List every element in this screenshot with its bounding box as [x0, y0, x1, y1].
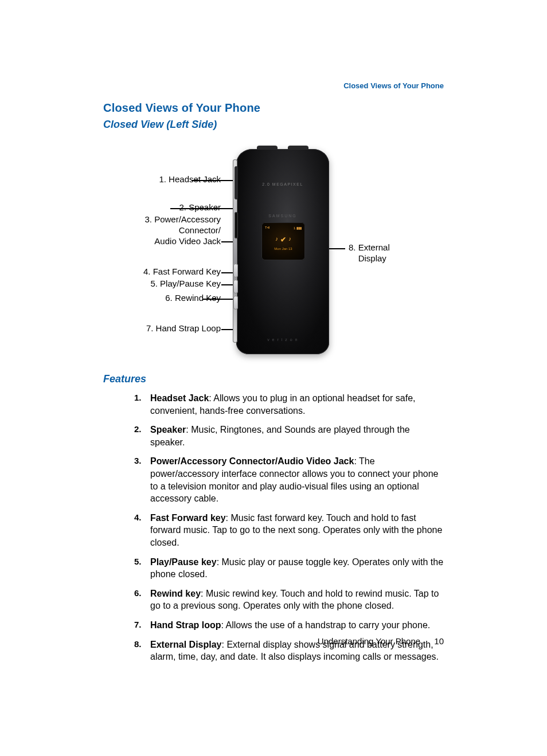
- power-connector: [235, 212, 238, 238]
- callout-label-line1: Power/Accessory: [154, 214, 221, 224]
- feature-term: External Display: [150, 640, 222, 649]
- callout-label: Fast Forward Key: [153, 267, 221, 276]
- page-footer: Understanding Your Phone 10: [318, 636, 444, 646]
- feature-term: Fast Forward key: [150, 513, 226, 523]
- callout-label-line2: Connector/: [179, 225, 221, 235]
- feature-term: Power/Accessory Connector/Audio Video Ja…: [150, 456, 354, 466]
- fast-forward-key: [233, 264, 238, 277]
- feature-item: Hand Strap loop: Allows the use of a han…: [134, 619, 446, 632]
- features-list: Headset Jack: Allows you to plug in an o…: [134, 392, 446, 670]
- phone-camera-label: 2.0 MEGAPIXEL: [236, 182, 329, 186]
- battery-icon: 1 ▮▮▮: [294, 226, 302, 230]
- callout-label: Headset Jack: [169, 174, 221, 184]
- phone-brand-label: SAMSUNG: [236, 214, 329, 218]
- rewind-key: [233, 296, 238, 310]
- callout-label-line3: Audio Video Jack: [154, 236, 221, 246]
- callout-label: Hand Strap Loop: [156, 323, 221, 333]
- note-icon: ♪: [288, 236, 291, 244]
- callout-number: 3: [144, 214, 149, 224]
- phone-diagram: 1. Headset Jack 2. Speaker 3. Power/Acce…: [103, 149, 447, 361]
- callout-number: 5: [150, 279, 155, 288]
- callout-label: Rewind Key: [175, 293, 221, 303]
- subsection-heading-features: Features: [103, 373, 146, 385]
- feature-desc: : Allows the use of a handstrap to carry…: [221, 620, 431, 630]
- feature-term: Play/Pause key: [150, 557, 217, 567]
- feature-item: Headset Jack: Allows you to plug in an o…: [134, 392, 446, 417]
- chevron-down-icon: ✔: [280, 236, 286, 244]
- callout-3: 3. Power/Accessory Connector/ Audio Vide…: [103, 214, 221, 246]
- callout-7: 7. Hand Strap Loop: [103, 323, 221, 334]
- feature-desc: : Music, Ringtones, and Sounds are playe…: [150, 425, 410, 447]
- callout-number: 8: [349, 242, 353, 252]
- callout-label-line1: External: [358, 242, 390, 252]
- external-display-date: Mon Jan 13: [261, 247, 305, 250]
- feature-term: Rewind key: [150, 589, 201, 598]
- callout-number: 4: [143, 267, 148, 276]
- footer-section: Understanding Your Phone: [318, 636, 420, 646]
- carrier-label: v e r i z o n: [236, 338, 329, 342]
- music-icon: ♪: [275, 236, 278, 244]
- callout-4: 4. Fast Forward Key: [103, 267, 221, 277]
- callout-number: 6: [165, 293, 170, 303]
- feature-item: Speaker: Music, Ringtones, and Sounds ar…: [134, 424, 446, 448]
- callout-label: Speaker: [189, 202, 221, 212]
- callout-number: 1: [159, 174, 163, 184]
- feature-item: Rewind key: Music rewind key. Touch and …: [134, 587, 446, 612]
- signal-icon: T•ll: [265, 226, 269, 230]
- callout-5: 5. Play/Pause Key: [103, 279, 221, 289]
- callout-label-line2: Display: [358, 253, 386, 263]
- callout-number: 7: [146, 323, 151, 333]
- section-heading: Closed Views of Your Phone: [103, 101, 260, 115]
- callout-8: 8. External Display: [349, 242, 429, 264]
- feature-item: Power/Accessory Connector/Audio Video Ja…: [134, 455, 446, 504]
- feature-term: Hand Strap loop: [150, 620, 221, 630]
- feature-item: Play/Pause key: Music play or pause togg…: [134, 556, 446, 581]
- page: Closed Views of Your Phone Closed Views …: [0, 0, 547, 756]
- phone-illustration: 2.0 MEGAPIXEL SAMSUNG T•ll 1 ▮▮▮ ♪ ✔ ♪ M…: [236, 149, 329, 355]
- feature-item: Fast Forward key: Music fast forward key…: [134, 512, 446, 549]
- page-number: 10: [434, 636, 444, 646]
- callout-label: Play/Pause Key: [160, 279, 221, 288]
- running-head: Closed Views of Your Phone: [343, 81, 444, 90]
- subsection-heading-closed-view: Closed View (Left Side): [103, 119, 217, 131]
- headset-jack: [235, 166, 238, 199]
- play-pause-key: [233, 280, 238, 293]
- callout-number: 2: [179, 202, 183, 212]
- feature-term: Speaker: [150, 425, 186, 434]
- feature-term: Headset Jack: [150, 393, 209, 403]
- external-display: T•ll 1 ▮▮▮ ♪ ✔ ♪ Mon Jan 13: [261, 222, 305, 260]
